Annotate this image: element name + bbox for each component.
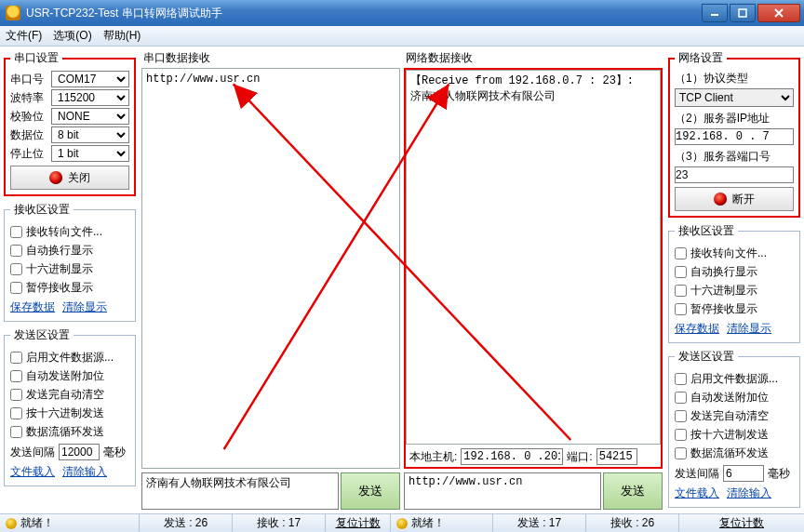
net-recv-box[interactable]: 【Receive from 192.168.0.7 : 23】:济南有人物联网技… <box>406 70 661 445</box>
serial-recv-title: 串口数据接收 <box>141 50 400 66</box>
bulb-icon <box>6 518 17 529</box>
auto-wrap-right[interactable] <box>675 266 687 278</box>
serial-send-button[interactable]: 发送 <box>341 472 400 510</box>
recv-options-right-group: 接收区设置 接收转向文件... 自动换行显示 十六进制显示 暂停接收显示 保存数… <box>668 223 800 343</box>
auto-wrap-left[interactable] <box>10 245 22 257</box>
status-ready-right: 就绪！ <box>411 515 445 531</box>
hex-send-left[interactable] <box>10 407 22 419</box>
stopbits-select[interactable]: 1 bit <box>51 145 129 162</box>
serial-settings-group: 串口设置 串口号COM17 波特率115200 校验位NONE 数据位8 bit… <box>4 50 136 196</box>
databits-label: 数据位 <box>10 127 47 143</box>
loop-send-left[interactable] <box>10 426 22 438</box>
file-source-right[interactable] <box>675 373 687 385</box>
net-recv-outline: 【Receive from 192.168.0.7 : 23】:济南有人物联网技… <box>404 68 663 469</box>
server-ip-label: （2）服务器IP地址 <box>675 111 794 126</box>
port-label: 串口号 <box>10 72 47 87</box>
serial-settings-legend: 串口设置 <box>10 50 62 66</box>
clear-display-right[interactable]: 清除显示 <box>727 321 771 337</box>
pause-recv-left[interactable] <box>10 282 22 294</box>
pause-recv-right[interactable] <box>675 303 687 315</box>
hex-display-right[interactable] <box>675 285 687 297</box>
net-recv-count: 接收 : 26 <box>586 514 679 532</box>
auto-clear-right[interactable] <box>675 410 687 422</box>
menubar: 文件(F) 选项(O) 帮助(H) <box>0 26 804 47</box>
auto-clear-left[interactable] <box>10 389 22 401</box>
loop-send-right[interactable] <box>675 447 687 459</box>
hex-display-left[interactable] <box>10 263 22 275</box>
load-file-left[interactable]: 文件载入 <box>10 464 55 480</box>
baud-label: 波特率 <box>10 90 47 106</box>
serial-recv-count: 接收 : 17 <box>233 514 326 532</box>
serial-reset-count[interactable]: 复位计数 <box>336 515 381 531</box>
maximize-button[interactable] <box>730 4 756 22</box>
net-reset-count[interactable]: 复位计数 <box>719 515 764 531</box>
interval-left-input[interactable] <box>59 444 100 460</box>
hex-send-right[interactable] <box>675 429 687 441</box>
localhost-bar: 本地主机: 端口: <box>406 446 661 467</box>
recv-options-left-group: 接收区设置 接收转向文件... 自动换行显示 十六进制显示 暂停接收显示 保存数… <box>4 202 136 322</box>
bulb-icon <box>396 518 408 529</box>
port-select[interactable]: COM17 <box>51 71 129 87</box>
minimize-button[interactable] <box>702 4 728 22</box>
baud-select[interactable]: 115200 <box>51 89 129 106</box>
parity-select[interactable]: NONE <box>51 108 129 125</box>
clear-input-right[interactable]: 清除输入 <box>727 485 771 501</box>
menu-options[interactable]: 选项(O) <box>53 28 91 44</box>
net-send-input[interactable]: http://www.usr.cn <box>404 472 601 510</box>
clear-display-left[interactable]: 清除显示 <box>62 299 107 315</box>
send-options-left-group: 发送区设置 启用文件数据源... 自动发送附加位 发送完自动清空 按十六进制发送… <box>4 327 136 486</box>
status-ready-left: 就绪！ <box>20 515 54 531</box>
server-ip-input[interactable] <box>675 128 794 145</box>
serial-recv-box[interactable]: http://www.usr.cn <box>141 68 400 469</box>
load-file-right[interactable]: 文件载入 <box>675 485 719 501</box>
server-port-input[interactable] <box>675 166 794 183</box>
app-icon <box>6 6 20 20</box>
send-options-right-group: 发送区设置 启用文件数据源... 自动发送附加位 发送完自动清空 按十六进制发送… <box>668 349 800 508</box>
recv-to-file-right[interactable] <box>675 247 687 259</box>
serial-send-input[interactable]: 济南有人物联网技术有限公司 <box>141 472 339 510</box>
network-settings-legend: 网络设置 <box>675 50 727 66</box>
file-source-left[interactable] <box>10 352 22 364</box>
proto-label: （1）协议类型 <box>675 71 794 86</box>
record-icon <box>714 193 727 206</box>
net-send-button[interactable]: 发送 <box>603 472 663 510</box>
localhost-port-input[interactable] <box>596 448 637 465</box>
proto-select[interactable]: TCP Client <box>675 88 794 107</box>
save-data-left[interactable]: 保存数据 <box>10 299 55 315</box>
parity-label: 校验位 <box>10 109 47 125</box>
localhost-ip-input[interactable] <box>461 448 563 465</box>
net-send-count: 发送 : 17 <box>493 514 586 532</box>
recv-to-file-left[interactable] <box>10 226 22 238</box>
net-recv-title: 网络数据接收 <box>404 50 663 66</box>
menu-help[interactable]: 帮助(H) <box>103 28 141 44</box>
titlebar: USR-TCP232-Test 串口转网络调试助手 <box>0 0 804 26</box>
network-settings-group: 网络设置 （1）协议类型 TCP Client （2）服务器IP地址 （3）服务… <box>668 50 800 218</box>
menu-file[interactable]: 文件(F) <box>6 28 42 44</box>
auto-append-right[interactable] <box>675 392 687 404</box>
disconnect-button[interactable]: 断开 <box>675 187 794 211</box>
serial-close-button[interactable]: 关闭 <box>10 166 129 190</box>
svg-rect-1 <box>739 9 746 17</box>
clear-input-left[interactable]: 清除输入 <box>62 464 107 480</box>
server-port-label: （3）服务器端口号 <box>675 149 794 165</box>
statusbar: 就绪！ 发送 : 26 接收 : 17 复位计数 就绪！ 发送 : 17 接收 … <box>0 513 804 532</box>
auto-append-left[interactable] <box>10 370 22 382</box>
serial-send-count: 发送 : 26 <box>140 514 233 532</box>
stopbits-label: 停止位 <box>10 146 47 162</box>
save-data-right[interactable]: 保存数据 <box>675 321 719 337</box>
interval-right-input[interactable] <box>723 465 764 482</box>
databits-select[interactable]: 8 bit <box>51 126 129 143</box>
record-icon <box>49 171 62 184</box>
window-title: USR-TCP232-Test 串口转网络调试助手 <box>26 6 700 21</box>
close-button[interactable] <box>757 4 800 22</box>
